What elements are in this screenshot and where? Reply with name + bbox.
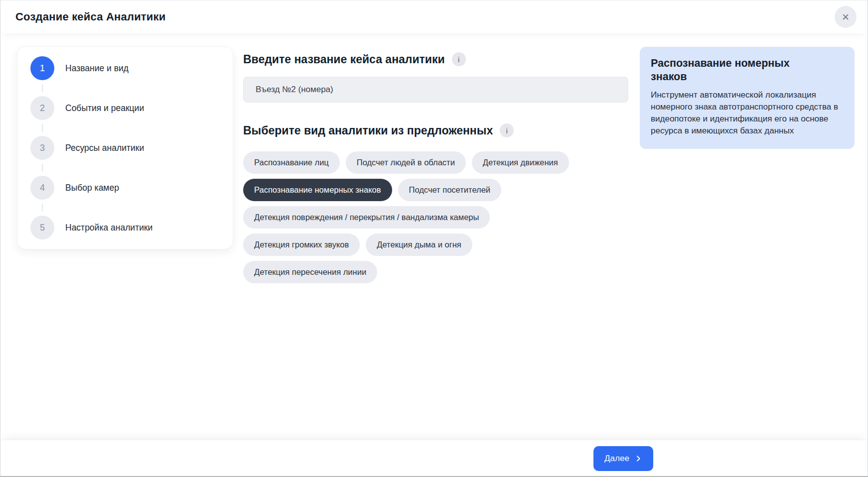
step-1-label: Название и вид: [65, 63, 129, 74]
chip-face-recognition[interactable]: Распознавание лиц: [243, 151, 340, 174]
step-5-label: Настройка аналитики: [65, 223, 152, 233]
close-button[interactable]: ✕: [835, 6, 857, 28]
chip-row: Распознавание лиц Подсчет людей в област…: [243, 151, 628, 174]
wizard-stepper: 1 Название и вид 2 События и реакции 3 Р…: [17, 46, 233, 249]
step-2-number: 2: [30, 96, 54, 120]
chip-people-count-in-area[interactable]: Подсчет людей в области: [346, 151, 466, 174]
step-connector: [30, 160, 54, 176]
chip-row: Распознавание номерных знаков Подсчет по…: [243, 179, 628, 201]
step-connector: [30, 120, 54, 136]
step-1-number: 1: [30, 56, 54, 80]
analytics-type-info-panel: Распознавание номерных знаков Инструмент…: [640, 47, 855, 149]
case-name-section-heading: Введите название кейса аналитики i: [243, 51, 628, 67]
chip-row: Детекция повреждения / перекрытия / ванд…: [243, 206, 628, 229]
info-panel-title: Распознавание номерных знаков: [651, 57, 815, 84]
chip-visitor-count[interactable]: Подсчет посетителей: [398, 179, 502, 201]
case-name-input[interactable]: [243, 77, 628, 103]
dialog-title: Создание кейса Аналитики: [15, 10, 166, 23]
chip-loud-sound-detection[interactable]: Детекция громких звуков: [243, 234, 360, 256]
analytics-type-section-heading: Выберите вид аналитики из предложенных i: [243, 122, 628, 138]
step-3-number: 3: [30, 136, 54, 160]
step-3-label: Ресурсы аналитики: [65, 143, 144, 153]
chip-row: Детекция громких звуков Детекция дыма и …: [243, 234, 628, 256]
chip-row: Детекция пересечения линии: [243, 261, 628, 283]
chip-smoke-fire-detection[interactable]: Детекция дыма и огня: [366, 234, 472, 256]
chip-motion-detection[interactable]: Детекция движения: [472, 151, 569, 174]
info-icon[interactable]: i: [500, 123, 514, 137]
step-1-name-and-type[interactable]: 1 Название и вид: [30, 56, 233, 80]
chip-license-plate-recognition[interactable]: Распознавание номерных знаков: [243, 179, 392, 201]
next-button-label: Далее: [604, 454, 629, 464]
create-analytics-case-dialog: Создание кейса Аналитики ✕ 1 Название и …: [0, 0, 868, 477]
step-3-analytics-resources[interactable]: 3 Ресурсы аналитики: [30, 136, 233, 160]
step-connector: [30, 80, 54, 96]
step-5-analytics-settings[interactable]: 5 Настройка аналитики: [30, 216, 233, 239]
info-panel-description: Инструмент автоматической локализация но…: [651, 89, 845, 137]
step-4-camera-selection[interactable]: 4 Выбор камер: [30, 176, 233, 200]
step-2-label: События и реакции: [65, 103, 144, 114]
chip-camera-tampering-detection[interactable]: Детекция повреждения / перекрытия / ванд…: [243, 206, 490, 229]
dialog-footer: Далее: [0, 440, 868, 476]
step-4-label: Выбор камер: [65, 183, 119, 193]
next-button[interactable]: Далее: [593, 446, 653, 471]
step-5-number: 5: [30, 216, 54, 239]
chevron-right-icon: [634, 455, 642, 463]
analytics-type-heading: Выберите вид аналитики из предложенных: [243, 122, 493, 138]
step-connector: [30, 200, 54, 216]
main-content: Введите название кейса аналитики i Выбер…: [243, 46, 628, 288]
case-name-heading: Введите название кейса аналитики: [243, 51, 445, 67]
analytics-type-chips: Распознавание лиц Подсчет людей в област…: [243, 151, 628, 283]
step-4-number: 4: [30, 176, 54, 200]
dialog-header: Создание кейса Аналитики ✕: [0, 0, 868, 33]
chip-line-crossing-detection[interactable]: Детекция пересечения линии: [243, 261, 377, 283]
info-icon[interactable]: i: [452, 52, 466, 66]
step-2-events-and-reactions[interactable]: 2 События и реакции: [30, 96, 233, 120]
close-icon: ✕: [842, 11, 850, 23]
